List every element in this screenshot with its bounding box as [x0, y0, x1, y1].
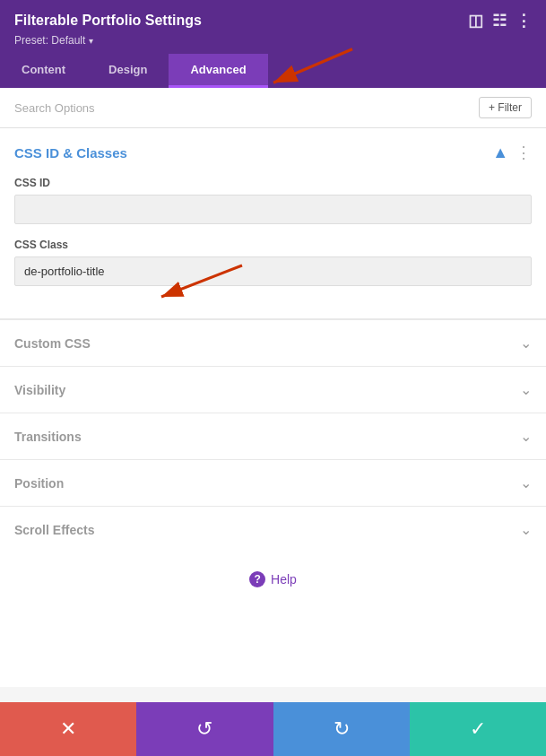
- grid-icon[interactable]: ◫: [468, 11, 483, 30]
- transitions-label: Transitions: [14, 430, 82, 444]
- scroll-effects-chevron: ⌄: [520, 521, 532, 538]
- redo-icon: ↻: [334, 717, 350, 741]
- save-icon: ✓: [470, 717, 486, 741]
- custom-css-label: Custom CSS: [14, 336, 91, 351]
- search-placeholder: Search Options: [14, 101, 95, 115]
- position-section[interactable]: Position ⌄: [0, 459, 546, 506]
- layout-icon[interactable]: ☷: [492, 11, 507, 30]
- custom-css-chevron: ⌄: [520, 335, 532, 352]
- bottom-bar: ✕ ↺ ↻ ✓: [0, 702, 546, 756]
- transitions-section[interactable]: Transitions ⌄: [0, 413, 546, 459]
- position-label: Position: [14, 476, 64, 491]
- css-section-title: CSS ID & Classes: [14, 145, 127, 161]
- section-controls: ▲ ⋮: [492, 143, 532, 162]
- position-chevron: ⌄: [520, 474, 532, 491]
- scroll-effects-label: Scroll Effects: [14, 523, 94, 537]
- transitions-chevron: ⌄: [520, 428, 532, 445]
- tabs-bar: Content Design Advanced: [0, 54, 546, 88]
- css-class-input[interactable]: [14, 256, 532, 286]
- visibility-section[interactable]: Visibility ⌄: [0, 366, 546, 413]
- cancel-icon: ✕: [60, 717, 76, 741]
- search-bar: Search Options + Filter: [0, 88, 546, 128]
- css-id-label: CSS ID: [14, 177, 532, 189]
- cancel-button[interactable]: ✕: [0, 702, 136, 756]
- header: Filterable Portfolio Settings ◫ ☷ ⋮ Pres…: [0, 0, 546, 54]
- css-section-header: CSS ID & Classes ▲ ⋮: [0, 128, 546, 177]
- help-label: Help: [271, 572, 297, 587]
- css-class-label: CSS Class: [14, 239, 532, 251]
- section-more-icon[interactable]: ⋮: [516, 143, 532, 162]
- tab-advanced[interactable]: Advanced: [169, 54, 267, 88]
- css-id-classes-section: CSS ID & Classes ▲ ⋮ CSS ID CSS Class: [0, 128, 546, 319]
- visibility-label: Visibility: [14, 383, 65, 397]
- redo-button[interactable]: ↻: [273, 702, 410, 756]
- help-section: ? Help: [0, 552, 546, 605]
- tab-design[interactable]: Design: [87, 54, 169, 88]
- preset-dropdown-arrow: ▾: [89, 36, 93, 46]
- visibility-chevron: ⌄: [520, 381, 532, 398]
- undo-button[interactable]: ↺: [136, 702, 273, 756]
- tab-content[interactable]: Content: [0, 54, 87, 88]
- scroll-effects-section[interactable]: Scroll Effects ⌄: [0, 506, 546, 552]
- more-icon[interactable]: ⋮: [516, 11, 532, 30]
- header-title-row: Filterable Portfolio Settings ◫ ☷ ⋮: [14, 11, 532, 30]
- header-icon-group: ◫ ☷ ⋮: [468, 11, 532, 30]
- help-link[interactable]: ? Help: [249, 571, 297, 587]
- save-button[interactable]: ✓: [410, 702, 546, 756]
- main-content: CSS ID & Classes ▲ ⋮ CSS ID CSS Class Cu…: [0, 128, 546, 687]
- css-id-input[interactable]: [14, 195, 532, 224]
- app-title: Filterable Portfolio Settings: [14, 13, 202, 29]
- section-collapse-icon[interactable]: ▲: [492, 143, 508, 162]
- undo-icon: ↺: [196, 717, 212, 741]
- filter-button[interactable]: + Filter: [479, 97, 532, 118]
- css-section-content: CSS ID CSS Class: [0, 177, 546, 318]
- help-icon: ?: [249, 571, 265, 587]
- custom-css-section[interactable]: Custom CSS ⌄: [0, 319, 546, 366]
- preset-label[interactable]: Preset: Default ▾: [14, 30, 532, 54]
